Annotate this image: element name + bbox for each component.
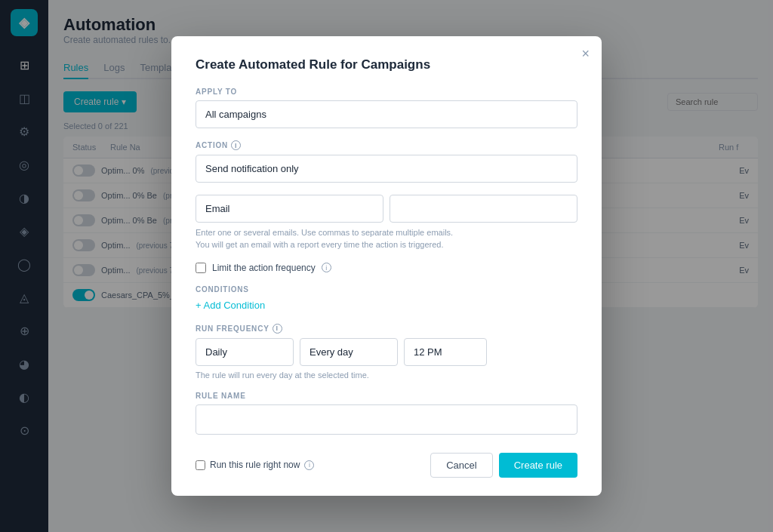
run-now-row: Run this rule right now i [196, 460, 314, 470]
run-now-label: Run this rule right now [210, 460, 300, 470]
run-freq-daily-input[interactable] [196, 338, 294, 366]
apply-to-label: APPLY TO [196, 88, 577, 96]
run-now-checkbox[interactable] [196, 460, 205, 470]
apply-to-input[interactable] [196, 100, 577, 128]
run-freq-time-input[interactable] [404, 338, 487, 366]
run-freq-hint: The rule will run every day at the selec… [196, 371, 577, 380]
action-section: ACTION i [196, 140, 577, 183]
conditions-section: CONDITIONS + Add Condition [196, 285, 577, 312]
limit-action-label: Limit the action frequency [212, 263, 316, 273]
email-label-input[interactable] [196, 195, 383, 223]
modal-footer: Run this rule right now i Cancel Create … [196, 450, 577, 478]
email-row [196, 195, 577, 223]
email-hint: Enter one or several emails. Use commas … [196, 227, 577, 251]
run-freq-every-day-input[interactable] [300, 338, 398, 366]
email-section: Enter one or several emails. Use commas … [196, 195, 577, 251]
rule-name-label: RULE NAME [196, 392, 577, 400]
add-condition-button[interactable]: + Add Condition [196, 300, 265, 311]
action-info-icon[interactable]: i [231, 140, 241, 150]
apply-to-section: APPLY TO [196, 88, 577, 128]
run-frequency-section: RUN FREQUENCY i The rule will run every … [196, 324, 577, 380]
action-input[interactable] [196, 155, 577, 183]
run-freq-info-icon[interactable]: i [273, 324, 282, 334]
footer-buttons: Cancel Create rule [430, 453, 577, 478]
create-rule-button[interactable]: Create rule [499, 453, 577, 478]
conditions-label: CONDITIONS [196, 285, 577, 294]
rule-name-section: RULE NAME [196, 392, 577, 435]
limit-action-info-icon[interactable]: i [322, 263, 331, 272]
modal-overlay: × Create Automated Rule for Campaigns AP… [0, 0, 773, 532]
run-now-info-icon[interactable]: i [304, 460, 314, 470]
limit-action-checkbox[interactable] [196, 263, 206, 273]
modal-dialog: × Create Automated Rule for Campaigns AP… [171, 36, 602, 496]
close-button[interactable]: × [581, 47, 590, 60]
limit-action-row: Limit the action frequency i [196, 263, 577, 273]
run-freq-row [196, 338, 577, 366]
rule-name-input[interactable] [196, 404, 577, 435]
run-frequency-label: RUN FREQUENCY i [196, 324, 577, 334]
email-value-input[interactable] [390, 195, 577, 223]
action-label: ACTION i [196, 140, 577, 150]
cancel-button[interactable]: Cancel [430, 453, 492, 478]
modal-title: Create Automated Rule for Campaigns [196, 57, 577, 72]
